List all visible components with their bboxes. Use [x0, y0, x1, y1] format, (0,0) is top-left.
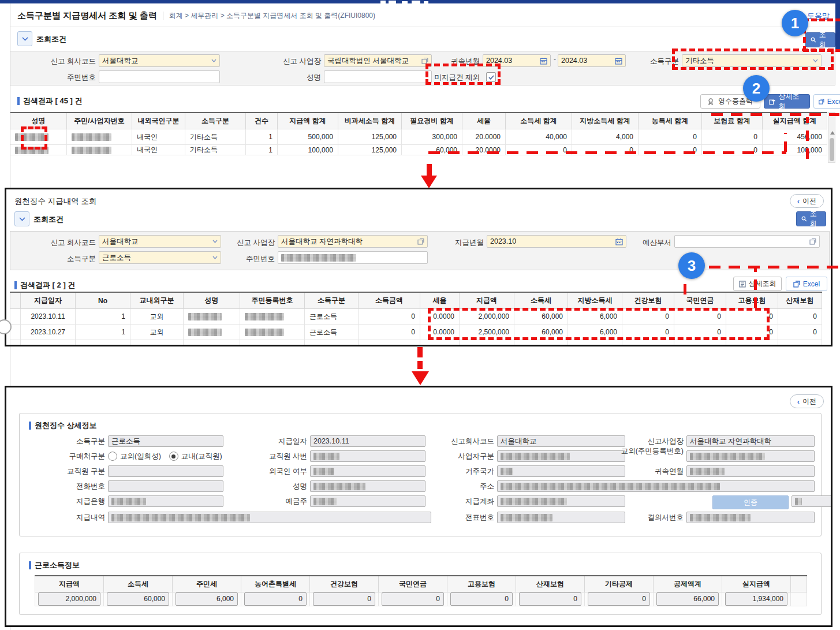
column-header[interactable]: 비과세소득 합계 [338, 113, 402, 129]
redacted-text [15, 147, 48, 154]
budget-dept-field[interactable] [674, 235, 820, 248]
chevron-down-icon [813, 59, 818, 62]
table-row[interactable]: 2023.10.111교외근로소득00.00002,000,00060,0006… [10, 309, 822, 325]
radio-selected-icon [169, 452, 178, 461]
radio-external[interactable]: 교외(일회성) [108, 452, 161, 461]
table-row[interactable]: 2023.10.271교외근로소득00.00002,500,00060,0006… [10, 325, 822, 340]
income-type-select[interactable]: 기타소득 [682, 54, 822, 67]
radio-icon [108, 452, 117, 461]
column-header[interactable]: 주민세 [173, 576, 241, 592]
exclude-unpaid-checkbox[interactable] [486, 72, 496, 82]
column-header[interactable]: 성명 [10, 113, 67, 129]
column-header[interactable]: 세율 [462, 113, 506, 129]
verify-button[interactable]: 인증 [712, 495, 789, 509]
column-header[interactable]: 성명 [184, 292, 240, 309]
scroll-up-icon[interactable] [830, 131, 835, 135]
detail-view-button[interactable]: 상세조회 [764, 94, 810, 109]
column-header[interactable]: 산재보험 [516, 576, 585, 592]
column-header[interactable]: 세율 [420, 292, 460, 309]
external-rrn-field [686, 450, 815, 462]
amount-box: 60,000 [107, 592, 169, 606]
column-header[interactable]: 교내외구분 [130, 292, 184, 309]
column-header[interactable]: 소득구분 [185, 113, 246, 129]
collapse-conditions-button[interactable] [17, 31, 32, 46]
search-button[interactable]: 조회 [805, 32, 835, 47]
column-header[interactable]: 국민연금 [674, 292, 726, 309]
search-icon [801, 215, 807, 222]
biz-type-field [497, 450, 625, 462]
amount-box: 0 [519, 592, 581, 606]
column-header[interactable]: 주민등록번호 [240, 292, 305, 309]
column-header[interactable]: 소득구분 [305, 292, 359, 309]
column-header[interactable]: 산재보험 [778, 292, 822, 309]
panel2-title: 원천징수 지급내역 조회 [14, 196, 97, 207]
column-header[interactable]: 지급액 [35, 576, 104, 592]
column-header[interactable]: 건수 [246, 113, 278, 129]
collapse-conditions-button[interactable] [14, 211, 29, 226]
redacted-text [795, 498, 802, 505]
excel-export-button[interactable]: Excel [786, 277, 827, 291]
table-row[interactable]: 내국인기타소득1500,000125,000300,00020.000040,0… [10, 129, 827, 145]
column-header[interactable]: 건강보험 [622, 292, 674, 309]
column-header[interactable]: 지방소득세 [568, 292, 622, 309]
resident-no-input[interactable] [278, 251, 428, 264]
column-header[interactable]: 보험료 합계 [702, 113, 763, 129]
income-type-label: 소득구분 [593, 55, 679, 68]
column-header[interactable]: 건강보험 [310, 576, 379, 592]
column-header[interactable]: 공제액계 [654, 576, 722, 592]
column-header[interactable]: No [76, 292, 130, 309]
column-header[interactable] [10, 292, 21, 309]
redacted-text [313, 468, 334, 475]
chevron-down-icon [19, 217, 25, 221]
table-scrollbar[interactable] [828, 112, 835, 163]
step-3-badge: 3 [678, 252, 705, 279]
previous-button[interactable]: ‹ 이전 [790, 394, 824, 408]
column-header[interactable]: 농어촌특별세 [241, 576, 310, 592]
period-label: 귀속년월 [394, 55, 480, 68]
address-label: 주소 [409, 480, 494, 492]
column-header[interactable]: 고용보험 [726, 292, 778, 309]
column-header[interactable]: 실지급액 합계 [763, 113, 827, 129]
excel-export-button[interactable]: Excel [813, 94, 840, 109]
radio-internal[interactable]: 교내(교직원) [169, 452, 222, 461]
period-separator: - [554, 55, 556, 64]
period-from-field[interactable]: 2024.03 [483, 54, 551, 67]
redacted-text [313, 483, 365, 490]
detail-info-box: 원천징수 상세정보 소득구분 근로소득 지급일자 2023.10.11 신고회사… [19, 413, 822, 536]
redacted-text [313, 498, 337, 505]
column-header[interactable]: 지급액 합계 [278, 113, 338, 129]
column-header[interactable]: 국민연금 [379, 576, 447, 592]
vendor-type-label: 구매처구분 [20, 450, 105, 462]
column-header[interactable]: 소득금액 [359, 292, 420, 309]
column-header[interactable]: 소득세 [514, 292, 568, 309]
company-code-select[interactable]: 서울대학교 [99, 54, 220, 67]
column-header[interactable] [791, 576, 807, 592]
window-right-edge [835, 0, 840, 51]
search-button[interactable]: 조회 [796, 211, 826, 226]
column-header[interactable]: 주민/사업자번호 [67, 113, 132, 129]
column-header[interactable]: 실지급액 [722, 576, 791, 592]
flow-arrow-1-dash [427, 164, 432, 176]
chevron-left-icon: ‹ [797, 397, 800, 406]
column-header[interactable]: 지급일자 [21, 292, 76, 309]
column-header[interactable]: 고용보험 [447, 576, 516, 592]
column-header[interactable]: 지방소득세 합계 [572, 113, 639, 129]
column-header[interactable]: 소득세 합계 [506, 113, 572, 129]
previous-button[interactable]: ‹ 이전 [790, 194, 824, 208]
table-row[interactable] [10, 340, 822, 347]
redacted-text [501, 468, 513, 475]
pay-date-field: 2023.10.11 [310, 435, 425, 447]
resident-no-label: 주민번호 [189, 252, 275, 265]
attr-month-field [686, 465, 815, 477]
column-header[interactable]: 기타공제 [585, 576, 654, 592]
column-header[interactable]: 내외국인구분 [132, 113, 185, 129]
column-header[interactable]: 필요경비 합계 [402, 113, 462, 129]
column-header[interactable]: 소득세 [104, 576, 173, 592]
table-row[interactable]: 2,000,00060,0006,00000000066,0001,934,00… [35, 592, 807, 606]
table-row[interactable]: 내국인기타소득1100,000125,00060,00020.000000001… [10, 145, 827, 155]
detail-view-button[interactable]: 상세조회 [733, 277, 782, 291]
column-header[interactable]: 지급액 [460, 292, 514, 309]
column-header[interactable]: 농특세 합계 [639, 113, 702, 129]
resident-no-input[interactable] [99, 70, 220, 83]
scrollbar-thumb[interactable] [830, 138, 834, 161]
